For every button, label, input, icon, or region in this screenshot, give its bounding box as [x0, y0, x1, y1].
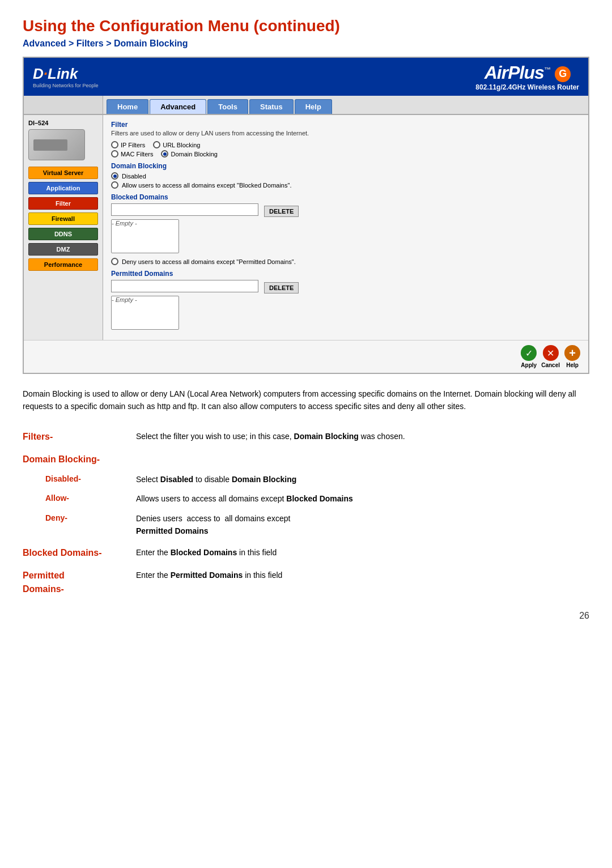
domain-blocking-row: Domain Blocking-: [23, 447, 589, 470]
blocked-domains-delete-btn[interactable]: DELETE: [264, 206, 299, 217]
device-label: DI–524: [28, 120, 48, 126]
domain-blocking-allow[interactable]: Allow users to access all domains except…: [111, 181, 580, 189]
router-body: Home Advanced Tools Status Help DI–524 V…: [24, 96, 588, 373]
apply-button[interactable]: ✓ Apply: [521, 345, 537, 368]
blocked-domains-row: Blocked Domains- Enter the Blocked Domai…: [23, 541, 589, 563]
nav-row: Home Advanced Tools Status Help: [24, 96, 588, 115]
filter-url-blocking[interactable]: URL Blocking: [153, 141, 200, 148]
blocked-domain-input[interactable]: [111, 203, 258, 216]
nav-tab-home[interactable]: Home: [107, 99, 148, 114]
sidebar-btn-application[interactable]: Application: [28, 182, 98, 194]
disabled-desc: Select Disabled to disable Domain Blocki…: [136, 470, 589, 489]
blocked-domain-select[interactable]: - Empty -: [111, 219, 179, 253]
router-subtitle: 802.11g/2.4GHz Wireless Router: [475, 83, 579, 91]
cancel-label: Cancel: [541, 362, 560, 368]
sidebar-btn-dmz[interactable]: DMZ: [28, 243, 98, 256]
content-row: DI–524 Virtual Server Application Filter…: [24, 115, 588, 340]
disabled-row: Disabled- Select Disabled to disable Dom…: [23, 470, 589, 489]
sidebar-btn-ddns[interactable]: DDNS: [28, 228, 98, 240]
dlink-logo: D·Link Building Networks for People: [33, 65, 99, 88]
airplus-logo: AirPlus™ G: [484, 62, 571, 83]
deny-row: Deny- Denies users access to all domains…: [23, 509, 589, 541]
description-paragraph: Domain Blocking is used to allow or deny…: [23, 388, 589, 413]
sidebar-btn-firewall[interactable]: Firewall: [28, 212, 98, 225]
filter-mac-filters[interactable]: MAC Filters: [111, 150, 153, 158]
deny-desc: Denies users access to all domains excep…: [136, 509, 589, 541]
router-header: D·Link Building Networks for People AirP…: [24, 58, 588, 96]
blocked-domains-title: Blocked Domains: [111, 193, 580, 201]
filter-options-row1: IP Filters URL Blocking: [111, 141, 580, 148]
filters-row: Filters- Select the filter you wish to u…: [23, 427, 589, 447]
router-ui-box: D·Link Building Networks for People AirP…: [23, 57, 589, 374]
filter-domain-blocking[interactable]: Domain Blocking: [161, 150, 218, 158]
sidebar-btn-filter[interactable]: Filter: [28, 197, 98, 210]
allow-desc: Allows users to access all domains excep…: [136, 489, 589, 508]
allow-term: Allow-: [23, 489, 136, 508]
permitted-domain-input[interactable]: [111, 280, 258, 292]
page-title: Using the Configuration Menu (continued): [23, 17, 589, 35]
disabled-term: Disabled-: [23, 470, 136, 489]
page-number: 26: [23, 611, 589, 621]
blocked-domains-area: - Empty - DELETE: [111, 203, 580, 253]
allow-row: Allow- Allows users to access all domain…: [23, 489, 589, 508]
domain-blocking-term: Domain Blocking-: [23, 447, 136, 470]
permitted-domains-area: - Empty - DELETE: [111, 280, 580, 330]
filters-term: Filters-: [23, 427, 136, 447]
feature-table: Filters- Select the filter you wish to u…: [23, 427, 589, 600]
nav-tab-help[interactable]: Help: [295, 99, 332, 114]
permitted-domains-delete-btn[interactable]: DELETE: [264, 282, 299, 293]
permitted-domains-row: PermittedDomains- Enter the Permitted Do…: [23, 563, 589, 599]
domain-blocking-title: Domain Blocking: [111, 162, 580, 170]
filter-options-row2: MAC Filters Domain Blocking: [111, 150, 580, 158]
permitted-domains-desc: Enter the Permitted Domains in this fiel…: [136, 563, 589, 599]
blocked-domains-desc: Enter the Blocked Domains in this field: [136, 541, 589, 563]
help-button[interactable]: + Help: [564, 345, 580, 368]
deny-term: Deny-: [23, 509, 136, 541]
filter-title: Filter: [111, 121, 580, 129]
domain-blocking-disabled[interactable]: Disabled: [111, 172, 580, 180]
content-sidebar: DI–524 Virtual Server Application Filter…: [24, 115, 103, 340]
help-label: Help: [566, 362, 579, 368]
filter-description: Filters are used to allow or deny LAN us…: [111, 130, 580, 137]
cancel-button[interactable]: ✕ Cancel: [541, 345, 560, 368]
filter-ip-filters[interactable]: IP Filters: [111, 141, 145, 148]
permitted-domain-select[interactable]: - Empty -: [111, 296, 179, 330]
permitted-domains-term: PermittedDomains-: [23, 563, 136, 599]
filters-desc: Select the filter you wish to use; in th…: [136, 427, 589, 447]
nav-tab-advanced[interactable]: Advanced: [150, 99, 206, 114]
blocked-domains-term: Blocked Domains-: [23, 541, 136, 563]
sidebar-btn-performance[interactable]: Performance: [28, 258, 98, 271]
permitted-domains-title: Permitted Domains: [111, 270, 580, 278]
nav-tab-tools[interactable]: Tools: [207, 99, 248, 114]
domain-blocking-deny[interactable]: Deny users to access all domains except …: [111, 258, 580, 265]
breadcrumb: Advanced > Filters > Domain Blocking: [23, 39, 589, 49]
sidebar-btn-virtual-server[interactable]: Virtual Server: [28, 167, 98, 179]
device-image: [28, 129, 85, 160]
content-main: Filter Filters are used to allow or deny…: [103, 115, 588, 340]
action-buttons-row: ✓ Apply ✕ Cancel + Help: [24, 340, 588, 373]
nav-tab-status[interactable]: Status: [249, 99, 294, 114]
apply-label: Apply: [521, 362, 537, 368]
